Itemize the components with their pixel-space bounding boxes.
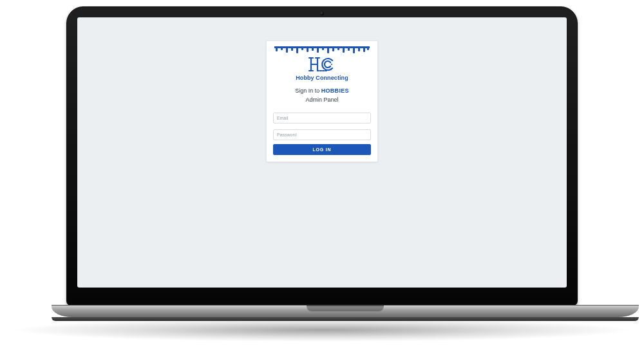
heading-subtitle: Admin Panel xyxy=(305,96,338,103)
brand-name: Hobby Connecting xyxy=(274,75,370,81)
camera-icon xyxy=(320,12,324,15)
brand-block: Hobby Connecting xyxy=(267,41,377,82)
svg-rect-17 xyxy=(358,46,360,51)
trackpad-notch xyxy=(307,306,384,311)
svg-rect-10 xyxy=(322,46,324,50)
laptop-base-front xyxy=(52,317,639,321)
svg-rect-1 xyxy=(276,46,278,51)
login-heading: Sign In to HOBBIES Admin Panel xyxy=(267,86,377,104)
login-card: Hobby Connecting Sign In to HOBBIES Admi… xyxy=(266,41,378,162)
laptop-lid: Hobby Connecting Sign In to HOBBIES Admi… xyxy=(66,6,578,306)
svg-rect-15 xyxy=(348,46,350,51)
svg-rect-3 xyxy=(286,46,288,53)
email-field[interactable] xyxy=(273,113,371,124)
heading-prefix: Sign In to xyxy=(295,87,321,94)
laptop-base xyxy=(52,305,639,317)
login-form: LOG IN xyxy=(267,111,377,155)
svg-rect-8 xyxy=(312,46,314,51)
svg-rect-7 xyxy=(307,46,308,52)
svg-rect-16 xyxy=(353,46,355,53)
svg-rect-2 xyxy=(281,46,283,50)
svg-rect-6 xyxy=(301,46,303,50)
password-field[interactable] xyxy=(273,129,371,140)
svg-rect-13 xyxy=(337,46,339,50)
svg-rect-9 xyxy=(317,46,319,53)
svg-rect-11 xyxy=(327,46,329,53)
svg-rect-18 xyxy=(363,46,365,52)
svg-rect-12 xyxy=(332,46,334,51)
svg-point-26 xyxy=(331,64,332,65)
laptop-frame: Hobby Connecting Sign In to HOBBIES Admi… xyxy=(52,6,592,321)
laptop-screen: Hobby Connecting Sign In to HOBBIES Admi… xyxy=(77,17,567,288)
svg-rect-4 xyxy=(291,46,293,51)
svg-rect-19 xyxy=(367,46,369,50)
brand-drip-icon xyxy=(274,46,370,54)
brand-logo-icon xyxy=(274,56,370,73)
svg-rect-14 xyxy=(343,46,345,53)
login-button[interactable]: LOG IN xyxy=(273,144,371,155)
svg-point-0 xyxy=(13,318,631,342)
svg-rect-5 xyxy=(296,46,298,53)
heading-highlight: HOBBIES xyxy=(321,87,349,94)
